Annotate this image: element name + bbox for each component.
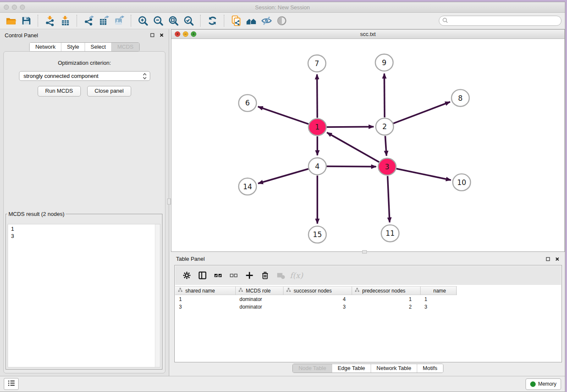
control-tab-style[interactable]: Style [61,43,85,51]
mcds-result-text[interactable]: 13 [8,224,160,367]
control-panel-float-button[interactable] [149,33,155,38]
control-panel-header: Control Panel [0,29,169,41]
edge-1-6[interactable] [258,107,309,124]
node-4[interactable]: 4 [308,158,326,175]
columns-icon [198,271,207,280]
vertical-splitter-handle[interactable] [167,199,171,204]
table-tab-network-table[interactable]: Network Table [371,364,417,373]
trash-button[interactable] [257,268,273,283]
memory-label: Memory [538,381,556,387]
delete-table-button [273,268,289,283]
edge-3-1[interactable] [327,133,379,162]
export-network-icon [83,15,94,26]
deselect-all-button[interactable] [226,268,242,283]
gear-button[interactable] [179,268,195,283]
table-tab-edge-table[interactable]: Edge Table [332,364,371,373]
select-all-button[interactable] [210,268,226,283]
search-icon [442,17,449,26]
export-network-button[interactable] [81,14,96,27]
hide-panel-button[interactable] [259,14,274,27]
edge-1-7[interactable] [317,75,317,118]
control-tab-network[interactable]: Network [30,43,61,51]
node-1[interactable]: 1 [308,119,326,135]
node-8[interactable]: 8 [451,90,469,107]
cell-mcds-role: dominator [236,296,284,302]
mcds-panel: Optimization criterion: strongly connect… [3,51,165,373]
table-panel-float-button[interactable] [545,256,550,262]
columns-button[interactable] [195,268,210,283]
edge-4-3[interactable] [327,166,376,167]
node-15[interactable]: 15 [308,226,326,243]
import-network-button[interactable] [42,14,58,27]
run-mcds-button[interactable]: Run MCDS [38,86,81,97]
export-table-button[interactable] [96,14,112,27]
column-header-name[interactable]: name [421,287,457,295]
memory-button[interactable]: Memory [526,378,561,390]
table-tab-motifs[interactable]: Motifs [417,364,443,373]
node-label: 4 [315,162,320,171]
column-header-predecessor-nodes[interactable]: predecessor nodes [352,287,421,295]
column-header-shared-name[interactable]: shared name [175,287,236,295]
refresh-button[interactable] [205,14,220,27]
add-button[interactable] [242,268,257,283]
zoom-fit-button[interactable] [166,14,181,27]
node-9[interactable]: 9 [375,54,393,71]
criterion-dropdown[interactable]: strongly connected component [19,71,150,81]
zoom-fit-icon [168,15,179,26]
control-panel-close-button[interactable] [159,33,164,38]
attr-icon [238,287,243,294]
column-header-label: predecessor nodes [362,288,405,294]
network-canvas[interactable]: 7968124314101511 [171,39,564,251]
edge-2-8[interactable] [394,102,450,124]
right-area: scc.txt 7968124314101511 Table Panel [169,29,565,376]
column-header-successor-nodes[interactable]: successor nodes [284,287,352,295]
clone-network-button[interactable] [228,14,244,27]
home-button[interactable] [244,14,259,27]
node-3[interactable]: 3 [378,158,396,175]
node-10[interactable]: 10 [453,174,471,191]
control-panel: Control Panel NetworkStyleSelectMCDS Opt… [0,29,169,376]
table-panel-header: Table Panel [171,253,565,265]
task-history-button[interactable] [4,378,19,390]
column-header-label: shared name [185,288,215,294]
column-header-mcds-role[interactable]: MCDS role [236,287,284,295]
table-row[interactable]: 3dominator323 [175,304,457,310]
node-7[interactable]: 7 [308,55,326,72]
close-panel-button[interactable]: Close panel [87,86,132,97]
node-2[interactable]: 2 [376,118,394,135]
zoom-in-button[interactable] [135,14,151,27]
edge-3-10[interactable] [396,168,451,180]
edge-1-2[interactable] [327,127,374,127]
network-window-title: scc.txt [171,31,564,37]
search-input[interactable] [439,16,561,26]
edge-2-9[interactable] [384,74,385,118]
import-table-button[interactable] [58,14,73,27]
control-tab-select[interactable]: Select [85,43,111,51]
node-label: 8 [458,94,463,102]
control-tab-mcds[interactable]: MCDS [111,43,139,51]
export-image-button[interactable] [112,14,127,27]
zoom-selected-button[interactable] [181,14,196,27]
node-6[interactable]: 6 [239,94,256,111]
select-all-icon [214,271,223,280]
open-folder-button[interactable] [3,14,19,27]
node-label: 15 [313,230,322,239]
table-row[interactable]: 1dominator411 [175,296,457,303]
attr-icon [286,287,291,294]
edge-4-14[interactable] [258,169,308,183]
edge-3-11[interactable] [388,176,390,223]
node-14[interactable]: 14 [239,178,256,195]
cell-name: 3 [421,304,457,310]
zoom-out-button[interactable] [151,14,166,27]
table-panel-close-button[interactable] [554,256,560,262]
edge-2-3[interactable] [385,136,386,156]
main-toolbar [0,13,565,29]
deselect-all-icon [229,271,238,280]
eye-button[interactable] [274,14,289,27]
save-button[interactable] [19,14,34,27]
table-tab-node-table[interactable]: Node Table [293,364,332,373]
node-11[interactable]: 11 [381,225,399,242]
app-title: Session: New Session [0,4,565,11]
column-header-label: successor nodes [294,288,332,294]
result-scrollbar[interactable] [155,224,160,367]
